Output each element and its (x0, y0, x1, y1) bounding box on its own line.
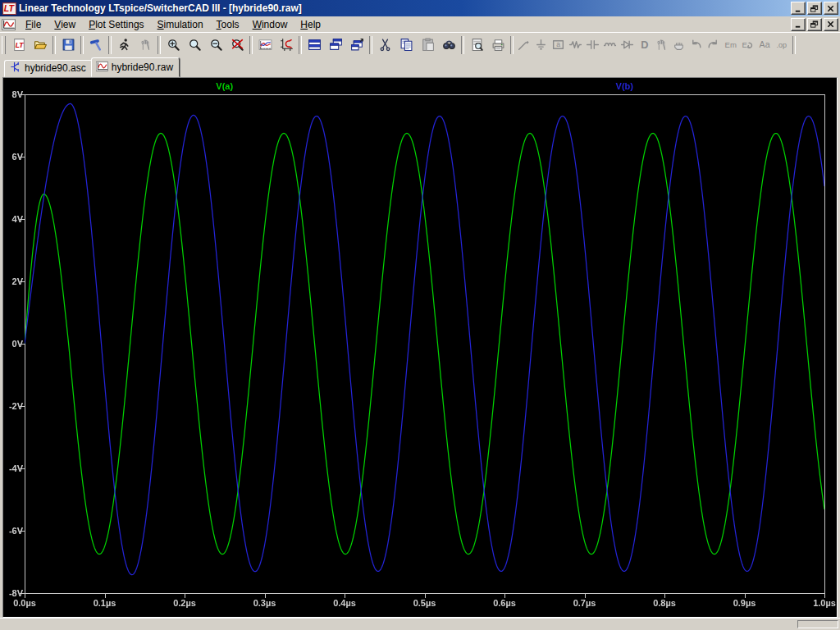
toolbar-separator (158, 36, 161, 54)
x-axis-tick-label: 0.6µs (484, 597, 525, 609)
svg-text:E: E (742, 40, 747, 49)
x-axis-tick-label: 0.9µs (724, 597, 765, 609)
svg-text:Aa: Aa (760, 39, 770, 49)
toolbar-separator (249, 36, 253, 54)
toolbar: LTaDEmEAa.op (0, 32, 840, 57)
schematic-doc-icon (9, 61, 21, 75)
child-close-button[interactable] (824, 18, 838, 31)
y-axis-tick-label: -6V (3, 525, 23, 536)
minimize-button[interactable] (791, 2, 806, 15)
menu-plot-settings[interactable]: Plot Settings (82, 17, 150, 32)
cascade-button[interactable] (325, 34, 346, 55)
tile-horizontal-button[interactable] (304, 34, 325, 55)
plot-pane-button[interactable] (254, 34, 276, 55)
mirror-button: Em (722, 34, 739, 55)
move-button (653, 34, 670, 55)
trace-label-va[interactable]: V(a) (192, 80, 258, 92)
menu-simulation[interactable]: Simulation (151, 17, 210, 32)
menu-view[interactable]: View (48, 17, 82, 32)
x-axis-tick-label: 0.8µs (644, 597, 685, 609)
y-axis-tick-label: 4V (3, 213, 23, 225)
trace-label-vb[interactable]: V(b) (591, 80, 657, 92)
toolbar-separator (80, 36, 84, 54)
control-panel-button[interactable] (85, 34, 107, 55)
child-window-controls (791, 18, 838, 31)
menu-items: FileViewPlot SettingsSimulationToolsWind… (19, 17, 327, 32)
waveform-doc-icon (2, 17, 16, 31)
svg-text:LT: LT (4, 3, 16, 13)
copy-button[interactable] (395, 34, 417, 55)
tab-label: hybride90.asc (25, 62, 86, 74)
toolbar-grip (2, 36, 6, 54)
zoom-extents-button[interactable] (226, 34, 248, 55)
new-schematic-button[interactable]: LT (8, 34, 30, 55)
status-pane (797, 620, 838, 628)
x-axis-tick-label: 0.5µs (404, 597, 445, 609)
run-button[interactable] (113, 34, 135, 55)
menu-window[interactable]: Window (246, 17, 294, 32)
spice-directive-button: .op (774, 34, 791, 55)
svg-text:Em: Em (725, 40, 737, 49)
x-axis-tick-label: 0.0µs (4, 597, 45, 609)
menu-bar: FileViewPlot SettingsSimulationToolsWind… (0, 16, 840, 33)
y-axis-tick-label: 8V (3, 89, 23, 100)
autorange-button[interactable] (276, 34, 297, 55)
menu-help[interactable]: Help (294, 17, 327, 32)
y-axis-tick-label: -2V (3, 400, 23, 412)
cascade-new-button[interactable] (346, 34, 368, 55)
document-tab-bar: hybride90.aschybride90.raw (0, 56, 840, 77)
close-button[interactable] (824, 2, 838, 15)
svg-text:D: D (641, 39, 648, 51)
x-axis-tick-label: 1.0µs (804, 597, 840, 609)
svg-text:.op: .op (777, 41, 788, 49)
x-axis-tick-label: 0.1µs (84, 597, 126, 609)
inductor-button (601, 34, 619, 55)
capacitor-button (584, 34, 601, 55)
menu-tools[interactable]: Tools (210, 17, 246, 32)
restore-button[interactable] (807, 2, 822, 15)
y-axis-tick-label: 2V (3, 276, 23, 287)
child-minimize-button[interactable] (791, 18, 806, 31)
rotate-button: E (739, 34, 756, 55)
x-axis-tick-label: 0.4µs (324, 597, 365, 609)
drag-button (670, 34, 687, 55)
toolbar-separator (792, 36, 796, 54)
print-preview-button[interactable] (466, 34, 487, 55)
toolbar-separator (510, 36, 514, 54)
zoom-out-button[interactable] (205, 34, 226, 55)
window-title: Linear Technology LTspice/SwitcherCAD II… (19, 2, 791, 14)
x-axis-tick-label: 0.2µs (164, 597, 205, 609)
tab-hybride90.raw[interactable]: hybride90.raw (91, 57, 180, 77)
svg-text:LT: LT (15, 41, 24, 49)
child-restore-button[interactable] (807, 18, 822, 31)
redo-button (705, 34, 722, 55)
save-button[interactable] (57, 34, 79, 55)
halt-button (135, 34, 156, 55)
zoom-in-button[interactable] (162, 34, 184, 55)
net-label-button: a (550, 34, 567, 55)
toolbar-separator (461, 36, 464, 54)
title-bar: LT Linear Technology LTspice/SwitcherCAD… (0, 0, 840, 16)
tab-hybride90.asc[interactable]: hybride90.asc (4, 60, 93, 77)
print-button[interactable] (487, 34, 509, 55)
open-button[interactable] (30, 34, 51, 55)
ltspice-logo-icon: LT (2, 2, 16, 16)
ground-button (532, 34, 550, 55)
y-axis-tick-label: 6V (3, 151, 23, 162)
toolbar-separator (299, 36, 302, 54)
wire-button (515, 34, 532, 55)
toolbar-separator (369, 36, 372, 54)
tab-label: hybride90.raw (112, 62, 173, 73)
x-axis-tick-label: 0.7µs (564, 597, 605, 609)
zoom-area-button[interactable] (184, 34, 205, 55)
cut-button[interactable] (374, 34, 395, 55)
menu-file[interactable]: File (19, 17, 48, 32)
waveform-viewer: 8V6V4V2V0V-2V-4V-6V-8V0.0µs0.1µs0.2µs0.3… (2, 77, 838, 618)
component-button: D (636, 34, 653, 55)
toolbar-separator (108, 36, 112, 54)
undo-button (687, 34, 705, 55)
waveform-doc-icon (96, 60, 108, 75)
paste-button (417, 34, 438, 55)
find-button[interactable] (438, 34, 459, 55)
waveform-plot[interactable] (3, 78, 837, 617)
